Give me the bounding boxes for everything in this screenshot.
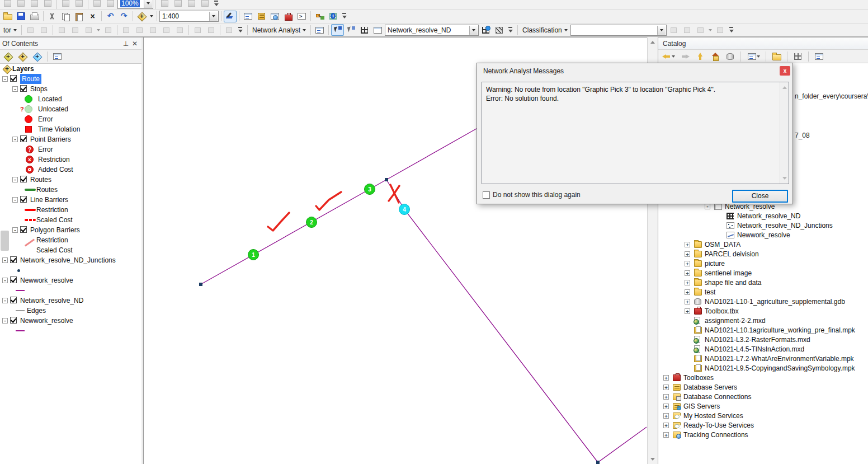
toc-item-edges[interactable]: Edges (0, 306, 141, 316)
toc-item-symbol[interactable] (0, 326, 141, 336)
toc-item-layers[interactable]: Layers (0, 64, 141, 74)
visibility-checkbox[interactable] (20, 85, 27, 92)
point-tool-button[interactable] (102, 24, 115, 36)
pin-icon[interactable]: ⊥ (121, 39, 130, 48)
toc-item-located[interactable]: Located (0, 94, 141, 104)
visibility-checkbox[interactable] (10, 297, 17, 303)
expand-toggle[interactable]: + (663, 413, 669, 419)
classification-clear-button[interactable] (681, 24, 694, 36)
na-layer-combo[interactable]: Network_resolve_ND (385, 25, 479, 36)
catalog-item-toolboxes[interactable]: +Toolboxes (658, 373, 868, 383)
cut-polygons-button[interactable] (147, 24, 159, 36)
select-network-locations-tool-button[interactable] (345, 24, 357, 36)
layout-zoom-combo[interactable]: 100% (117, 0, 153, 9)
construction-dropdown[interactable] (97, 29, 100, 31)
expand-toggle[interactable]: - (12, 86, 18, 92)
python-window-button[interactable] (295, 11, 308, 22)
add-data-dropdown[interactable] (150, 15, 153, 17)
toc-item-routes[interactable]: Routes (0, 185, 141, 195)
toc-item-polygon-barriers[interactable]: -Polygon Barriers (0, 225, 141, 235)
expand-toggle[interactable]: + (663, 423, 669, 428)
toc-item-route[interactable]: -Route (0, 74, 141, 84)
map-scale-combo[interactable] (159, 11, 219, 22)
modelbuilder-button[interactable] (313, 11, 326, 22)
layout-pan-button[interactable] (28, 0, 41, 9)
layout-zoom-100-button[interactable] (59, 0, 72, 9)
chevron-down-icon[interactable] (144, 0, 152, 8)
sketch-properties-button[interactable] (205, 24, 218, 36)
visibility-checkbox[interactable] (10, 75, 17, 82)
cut-button[interactable] (46, 11, 59, 22)
toc-item-restriction[interactable]: Restriction (0, 235, 141, 245)
catalog-item-ready-to-use-services[interactable]: +Ready-To-Use Services (658, 421, 868, 430)
directions-window-button[interactable] (371, 24, 384, 36)
catalog-item-toolbox-tbx[interactable]: +Toolbox.tbx (658, 307, 868, 316)
catalog-item-nad1021-l10-1-agriculture-supplemental-gdb[interactable]: +NAD1021-L10-1_agriculture_supplemental.… (658, 297, 868, 307)
chevron-down-icon[interactable] (657, 26, 666, 35)
chevron-down-icon[interactable] (469, 26, 478, 35)
scroll-down-button[interactable] (648, 454, 657, 464)
do-not-show-again-checkbox[interactable]: Do not show this dialog again (483, 191, 581, 199)
classification-menu-button[interactable]: Classification (520, 26, 570, 34)
catalog-item-database-servers[interactable]: +Database Servers (658, 383, 868, 392)
expand-toggle[interactable]: + (685, 308, 690, 314)
scroll-up-button[interactable] (648, 38, 657, 47)
catalog-item-nad1021-l7-2-whatareenvironmentvariable-mpk[interactable]: NAD1021-L7.2-WhatAreEnvironmentVariable.… (658, 354, 868, 364)
layout-change-layout-button[interactable] (185, 0, 198, 9)
expand-toggle[interactable]: + (663, 432, 669, 438)
solve-button[interactable] (493, 24, 506, 36)
toolbar-overflow-button[interactable] (728, 25, 735, 35)
catalog-item-my-hosted-services[interactable]: +My Hosted Services (658, 411, 868, 421)
connect-to-folder-button[interactable] (770, 50, 783, 62)
catalog-tree-toggle-button[interactable] (791, 50, 804, 62)
expand-toggle[interactable]: - (705, 204, 710, 209)
expand-toggle[interactable]: + (685, 242, 690, 247)
toolbar-overflow-button[interactable] (213, 0, 220, 9)
toolbar-overflow-button[interactable] (237, 25, 244, 35)
expand-toggle[interactable]: - (12, 197, 18, 203)
classification-draw-button[interactable] (694, 24, 707, 36)
expand-toggle[interactable]: + (663, 385, 669, 390)
catalog-item-sentienel-image[interactable]: +sentienel image (658, 269, 868, 278)
catalog-up-one-level-button[interactable] (694, 50, 706, 62)
layout-fixed-zoom-in-button[interactable] (73, 0, 86, 9)
toc-options-button[interactable] (51, 51, 64, 63)
catalog-item-nad1021-l10-1agriculture-working-pre-final-mpk[interactable]: NAD1021-L10.1agriculture_working_pre_fin… (658, 326, 868, 335)
toc-item-restriction[interactable]: Restriction (0, 205, 141, 215)
expand-toggle[interactable]: - (12, 177, 18, 182)
catalog-window-button[interactable] (255, 11, 268, 22)
arctoolbox-window-button[interactable] (282, 11, 295, 22)
scrollbar-thumb[interactable] (1, 231, 9, 251)
expand-toggle[interactable]: - (12, 137, 18, 142)
expand-toggle[interactable]: + (685, 289, 690, 295)
editor-toolbar-toggle-button[interactable] (224, 11, 237, 22)
catalog-item-nad1021-l4-5-tinsinaction-mxd[interactable]: NAD1021-L4.5-TINsInAction.mxd (658, 345, 868, 354)
layout-data-driven-button[interactable] (199, 0, 211, 9)
split-tool-button[interactable] (160, 24, 173, 36)
checkbox-box[interactable] (483, 191, 490, 199)
toolbar-overflow-button[interactable] (341, 11, 348, 21)
expand-toggle[interactable]: + (663, 394, 669, 400)
layout-zoom-in-button[interactable] (1, 0, 14, 9)
toc-item-symbol[interactable] (0, 285, 141, 296)
catalog-home-button[interactable] (709, 50, 721, 62)
catalog-options-button[interactable] (813, 50, 825, 62)
toc-item-point-barriers[interactable]: -Point Barriers (0, 134, 141, 144)
toc-item-line-barriers[interactable]: -Line Barriers (0, 195, 141, 205)
toc-item-time-violation[interactable]: Time Violation (0, 124, 141, 134)
toc-item-symbol[interactable] (0, 265, 141, 275)
catalog-contents-view-button[interactable] (745, 50, 762, 62)
toc-item-scaled-cost[interactable]: Scaled Cost (0, 245, 141, 255)
close-button[interactable]: Close (732, 190, 788, 203)
catalog-item-nad1021-l3-2-rasterformats-mxd[interactable]: NAD1021-L3.2-RasterFormats.mxd (658, 335, 868, 345)
toc-item-network-resolve-nd[interactable]: -Network_resolve_ND (0, 296, 141, 306)
search-window-button[interactable] (268, 11, 281, 22)
toc-item-newwork-resolve[interactable]: -Newwork_resolve (0, 316, 141, 326)
paste-button[interactable] (73, 11, 86, 22)
catalog-forward-button[interactable] (678, 50, 691, 62)
create-network-location-tool-button[interactable] (331, 24, 344, 36)
reshape-feature-button[interactable] (133, 24, 146, 36)
dialog-close-icon[interactable]: x (780, 66, 790, 76)
classification-select-button[interactable] (714, 24, 727, 36)
toc-item-newwork-resolve[interactable]: -Newwork_resolve (0, 275, 141, 285)
